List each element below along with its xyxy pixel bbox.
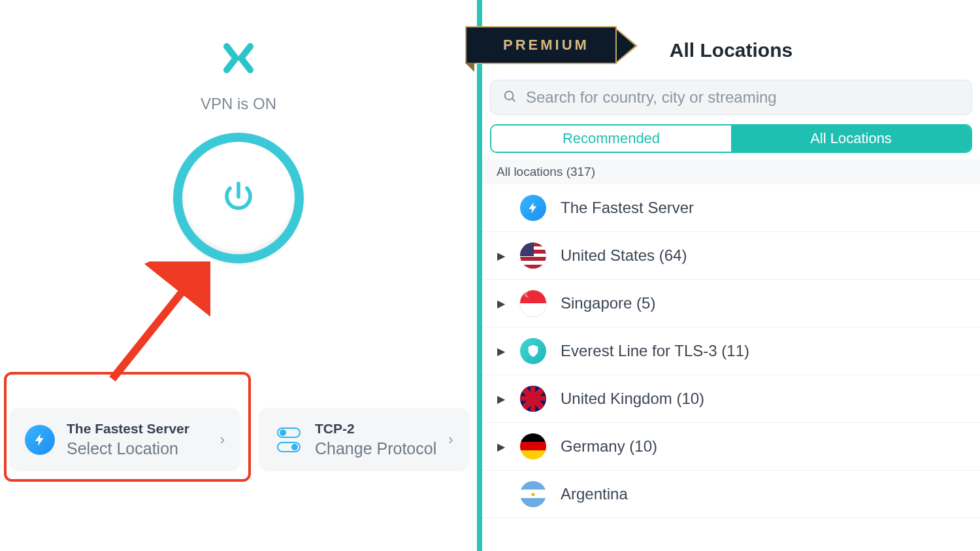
- location-card-subtitle: Select Location: [67, 439, 189, 458]
- bolt-icon: [25, 425, 55, 455]
- vpn-status-label: VPN is ON: [0, 95, 477, 113]
- power-toggle-button[interactable]: [173, 133, 304, 263]
- location-row[interactable]: ▶Everest Line for TLS-3 (11): [482, 327, 980, 375]
- protocol-card-subtitle: Change Protocol: [315, 439, 436, 458]
- power-icon: [221, 179, 256, 217]
- location-row[interactable]: ▶Singapore (5): [482, 280, 980, 327]
- svg-point-1: [505, 92, 514, 100]
- expand-triangle-icon: ▶: [497, 393, 506, 405]
- svg-line-2: [512, 99, 515, 101]
- tab-recommended[interactable]: Recommended: [491, 125, 731, 152]
- chevron-right-icon: ›: [220, 431, 225, 448]
- location-label: Germany (10): [561, 437, 657, 456]
- annotation-arrow: [99, 261, 210, 392]
- chevron-right-icon: ›: [448, 431, 453, 448]
- flag-icon-shield: [520, 338, 546, 364]
- locations-screen: PREMIUM All Locations Search for country…: [482, 0, 980, 551]
- premium-badge: PREMIUM: [465, 26, 617, 64]
- expand-triangle-icon: ▶: [497, 250, 506, 262]
- section-header: All locations (317): [482, 159, 980, 184]
- search-icon: [502, 89, 517, 106]
- location-label: Argentina: [561, 485, 628, 503]
- change-protocol-card[interactable]: TCP-2 Change Protocol ›: [259, 408, 469, 471]
- location-row[interactable]: Argentina: [482, 471, 980, 518]
- flag-icon-sg: [520, 290, 546, 316]
- location-label: United States (64): [561, 246, 687, 265]
- location-label: The Fastest Server: [561, 199, 694, 217]
- location-row[interactable]: The Fastest Server: [482, 184, 980, 232]
- locations-list: The Fastest Server▶United States (64)▶Si…: [482, 184, 980, 551]
- flag-icon-ar: [520, 481, 546, 507]
- location-row[interactable]: ▶United States (64): [482, 232, 980, 280]
- location-label: Everest Line for TLS-3 (11): [561, 342, 749, 360]
- premium-label: PREMIUM: [503, 37, 589, 53]
- app-logo: [0, 42, 477, 76]
- flag-icon-bolt: [520, 195, 546, 221]
- expand-triangle-icon: ▶: [497, 441, 506, 453]
- flag-icon-us: [520, 242, 546, 269]
- x-logo-icon: [223, 42, 254, 76]
- svg-line-0: [112, 281, 191, 379]
- search-placeholder: Search for country, city or streaming: [526, 88, 777, 107]
- search-input[interactable]: Search for country, city or streaming: [490, 80, 972, 115]
- protocol-toggle-icon: [274, 426, 303, 454]
- expand-triangle-icon: ▶: [497, 345, 506, 358]
- select-location-card[interactable]: The Fastest Server Select Location ›: [9, 408, 240, 471]
- location-tabs: Recommended All Locations: [490, 124, 972, 153]
- location-card-title: The Fastest Server: [67, 421, 189, 437]
- flag-icon-uk: [520, 386, 546, 412]
- panel-divider: [477, 0, 482, 551]
- location-row[interactable]: ▶Germany (10): [482, 423, 980, 471]
- location-row[interactable]: ▶United Kingdom (10): [482, 375, 980, 423]
- main-screen: VPN is ON The Fastest Server Select Loca…: [0, 0, 477, 551]
- protocol-card-title: TCP-2: [315, 421, 436, 437]
- tab-all-locations[interactable]: All Locations: [731, 125, 971, 152]
- flag-icon-de: [520, 433, 546, 459]
- expand-triangle-icon: ▶: [497, 297, 506, 310]
- location-label: Singapore (5): [561, 294, 655, 312]
- location-label: United Kingdom (10): [561, 390, 704, 408]
